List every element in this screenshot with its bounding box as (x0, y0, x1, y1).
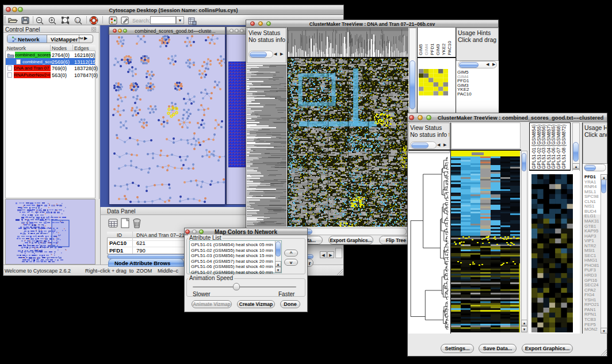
svg-text:1:1: 1:1 (76, 19, 80, 22)
